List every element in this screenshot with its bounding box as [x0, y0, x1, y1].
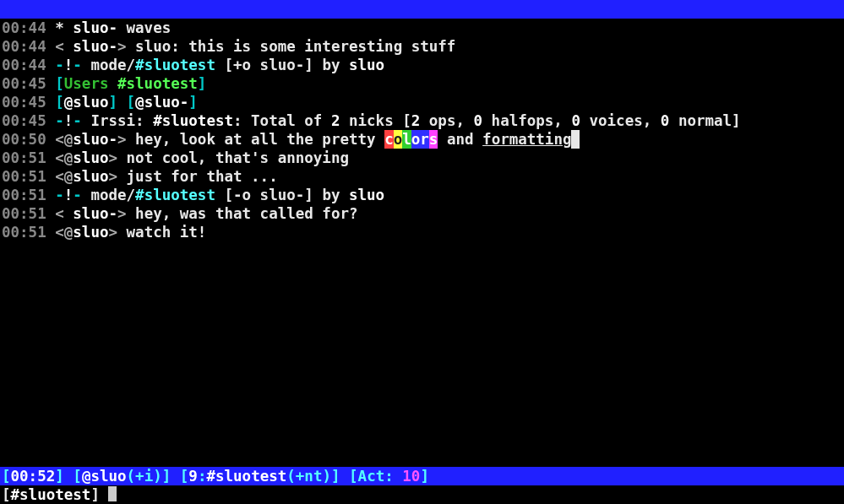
status-act-label: Act:	[358, 468, 403, 485]
nick: sluo	[73, 224, 108, 241]
mode-flags: [-o sluo-]	[224, 187, 313, 203]
input-channel: #sluotest	[11, 486, 91, 503]
message-text: not cool, that's annoying	[127, 149, 349, 166]
mode-by: sluo	[349, 187, 384, 203]
status-bar: [00:52] [@sluo(+i)] [9:#sluotest(+nt)] […	[0, 467, 844, 485]
mode-channel: #sluotest	[135, 57, 215, 73]
log-line-mode: 00:51 -!- mode/#sluotest [-o sluo-] by s…	[2, 186, 842, 204]
status-channel: #sluotest	[206, 468, 286, 485]
timestamp: 00:51	[2, 149, 46, 166]
timestamp: 00:51	[2, 168, 46, 185]
log-line-message: 00:44 < sluo-> sluo: this is some intere…	[2, 37, 842, 56]
log-line-message: 00:51 < sluo-> hey, was that called for?	[2, 204, 842, 223]
status-time: 00:52	[11, 468, 56, 485]
status-umode: (+i)	[127, 468, 162, 485]
nick: sluo-	[73, 38, 117, 55]
timestamp: 00:45	[2, 75, 46, 92]
nicklist-entry: @sluo-	[135, 94, 188, 111]
mode-by: sluo	[349, 57, 384, 73]
nicklist-entry: @sluo	[64, 94, 109, 111]
summary-total: 2	[331, 112, 340, 129]
timestamp: 00:45	[2, 94, 46, 111]
top-title-bar	[0, 0, 844, 19]
summary-channel: #sluotest	[153, 112, 233, 129]
status-nick: @sluo	[82, 468, 127, 485]
log-line-summary: 00:45 -!- Irssi: #sluotest: Total of 2 n…	[2, 111, 842, 130]
message-text: just for that ...	[127, 168, 278, 185]
log-line-action: 00:44 * sluo- waves	[2, 19, 842, 37]
timestamp: 00:44	[2, 57, 46, 73]
log-line-message: 00:51 <@sluo> just for that ...	[2, 167, 842, 186]
message-text: watch it!	[127, 224, 207, 241]
timestamp: 00:44	[2, 19, 46, 36]
nick: sluo-	[73, 19, 117, 36]
nick: sluo-	[73, 205, 117, 222]
timestamp: 00:50	[2, 131, 46, 148]
mode-label: mode/	[90, 57, 135, 73]
message-buffer: 00:44 * sluo- waves 00:44 < sluo-> sluo:…	[0, 19, 844, 241]
log-line-colors: 00:50 <@sluo-> hey, look at all the pret…	[2, 130, 842, 149]
log-line-users: 00:45 [Users #sluotest]	[2, 74, 842, 93]
status-channel-modes: (+nt)	[286, 468, 331, 485]
log-line-message: 00:51 <@sluo> watch it!	[2, 223, 842, 241]
input-cursor	[108, 486, 117, 501]
formatting-word: formatting	[482, 131, 571, 148]
nick: sluo	[73, 168, 108, 185]
timestamp: 00:51	[2, 224, 46, 241]
log-line-mode: 00:44 -!- mode/#sluotest [+o sluo-] by s…	[2, 56, 842, 74]
inline-cursor	[571, 130, 580, 149]
input-bar[interactable]: [#sluotest]	[0, 485, 844, 504]
message-text: hey, was that called for?	[135, 205, 357, 222]
mode-channel: #sluotest	[135, 187, 215, 203]
nick: sluo	[73, 149, 108, 166]
timestamp: 00:44	[2, 38, 46, 55]
timestamp: 00:51	[2, 187, 46, 203]
status-act-window: 10	[402, 468, 420, 485]
nick: sluo-	[73, 131, 117, 148]
message-text: hey, look at all the pretty	[135, 131, 384, 148]
users-channel: #sluotest	[117, 75, 198, 92]
timestamp: 00:51	[2, 205, 46, 222]
colors-word: colors	[384, 131, 438, 148]
status-window-number: 9	[188, 468, 198, 485]
timestamp: 00:45	[2, 112, 46, 129]
log-line-message: 00:51 <@sluo> not cool, that's annoying	[2, 149, 842, 167]
log-line-nicklist: 00:45 [@sluo] [@sluo-]	[2, 93, 842, 111]
mode-flags: [+o sluo-]	[224, 57, 313, 73]
action-star: *	[55, 19, 73, 36]
irssi-label: Irssi:	[90, 112, 144, 129]
users-label: Users	[64, 75, 109, 92]
